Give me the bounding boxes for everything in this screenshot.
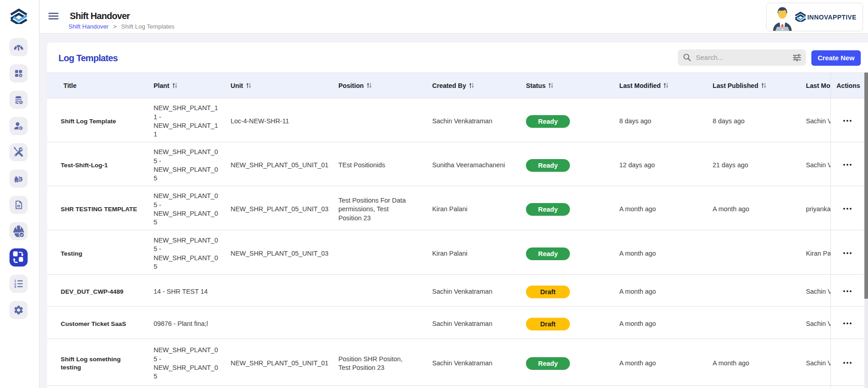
svg-text:3: 3 (14, 285, 16, 289)
